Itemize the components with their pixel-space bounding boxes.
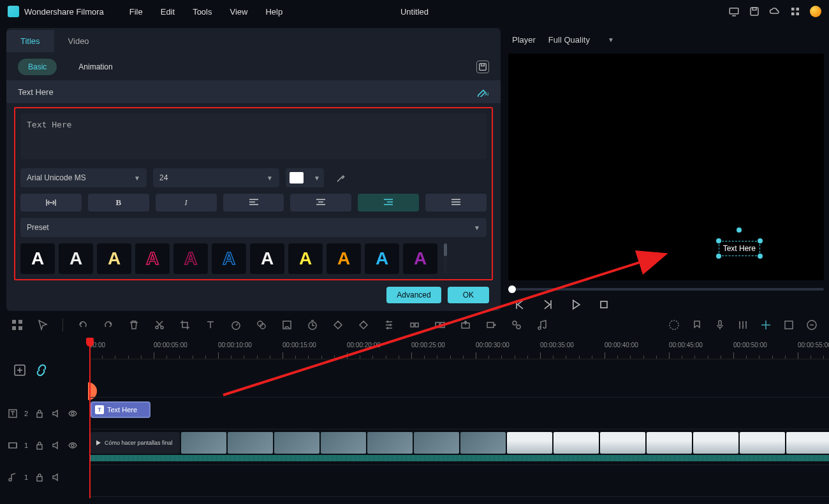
video-thumbnail[interactable] [786, 432, 829, 454]
video-thumbnail[interactable] [647, 432, 692, 454]
adjust-icon[interactable] [383, 319, 395, 331]
color-icon[interactable] [256, 319, 267, 331]
greenscreen-icon[interactable] [281, 319, 293, 331]
transition-icon[interactable] [434, 319, 446, 331]
marker-icon[interactable] [691, 319, 703, 331]
preset-style-item[interactable]: A [135, 243, 170, 274]
text-input[interactable] [20, 113, 487, 159]
mute-icon[interactable] [51, 440, 61, 450]
export-icon[interactable] [460, 319, 471, 331]
snap-icon[interactable] [760, 319, 772, 331]
next-frame-button[interactable] [541, 298, 554, 311]
menu-tools[interactable]: Tools [193, 7, 212, 17]
ai-edit-icon[interactable]: AI [476, 87, 489, 97]
crop-icon[interactable] [179, 319, 191, 331]
tab-titles[interactable]: Titles [6, 30, 54, 52]
timer-icon[interactable] [307, 319, 318, 331]
effects-icon[interactable] [409, 319, 420, 331]
menu-view[interactable]: View [230, 7, 247, 17]
video-clip[interactable]: Cómo hacer pantallas final [91, 432, 180, 454]
stop-button[interactable] [598, 298, 610, 311]
preset-dropdown[interactable]: Preset ▼ [20, 218, 487, 237]
rotate-handle-icon[interactable] [737, 227, 742, 233]
delete-icon[interactable] [128, 319, 140, 331]
preset-style-item[interactable]: A [173, 243, 208, 274]
play-button[interactable] [569, 298, 582, 311]
preview-canvas[interactable]: Text Here [508, 54, 824, 280]
resize-handle-icon[interactable] [716, 254, 721, 259]
preset-scrollbar[interactable] [444, 243, 447, 274]
video-thumbnail[interactable] [414, 432, 459, 454]
align-center-button[interactable] [290, 194, 351, 212]
preset-style-item[interactable]: A [97, 243, 131, 274]
video-thumbnail[interactable] [321, 432, 366, 454]
video-thumbnail[interactable] [507, 432, 552, 454]
text-clip[interactable]: T Text Here [91, 401, 150, 418]
mute-icon[interactable] [51, 408, 61, 419]
render-icon[interactable] [668, 319, 680, 331]
scrubber-thumb[interactable] [508, 285, 516, 293]
speed-icon[interactable] [230, 319, 242, 331]
resize-handle-icon[interactable] [758, 238, 763, 243]
align-left-button[interactable] [223, 194, 284, 212]
audio-track[interactable] [89, 465, 829, 497]
advanced-button[interactable]: Advanced [386, 287, 441, 303]
video-thumbnail[interactable] [740, 432, 785, 454]
subtab-basic[interactable]: Basic [18, 59, 57, 75]
video-thumbnail[interactable] [554, 432, 599, 454]
zoom-out-icon[interactable] [806, 319, 818, 331]
video-thumbnail[interactable] [600, 432, 645, 454]
lock-icon[interactable] [34, 408, 45, 419]
eye-icon[interactable] [68, 440, 78, 450]
preview-scrubber[interactable] [508, 288, 824, 291]
subtab-animation[interactable]: Animation [68, 59, 122, 75]
lock-icon[interactable] [34, 440, 45, 450]
mic-icon[interactable] [714, 319, 726, 331]
lock-icon[interactable] [34, 472, 45, 482]
preset-style-item[interactable]: A [20, 243, 55, 274]
font-family-dropdown[interactable]: Arial Unicode MS ▼ [20, 168, 147, 187]
text-track[interactable]: T Text Here [89, 398, 829, 429]
align-right-button[interactable] [358, 194, 419, 212]
mixer-icon[interactable] [737, 319, 749, 331]
video-thumbnails[interactable] [181, 432, 829, 454]
eye-icon[interactable] [68, 408, 78, 419]
resize-handle-icon[interactable] [758, 254, 763, 259]
save-icon[interactable] [749, 6, 760, 17]
music-icon[interactable] [536, 319, 548, 331]
audio-waveform[interactable] [91, 455, 829, 461]
font-size-dropdown[interactable]: 24 ▼ [153, 168, 279, 187]
prev-frame-button[interactable] [513, 298, 526, 311]
video-track[interactable]: Cómo hacer pantallas final [89, 429, 829, 465]
audio-sync-icon[interactable] [511, 319, 522, 331]
keyframe-icon[interactable] [332, 319, 344, 331]
menu-help[interactable]: Help [265, 7, 282, 17]
bold-button[interactable]: B [88, 194, 149, 212]
cursor-icon[interactable] [37, 319, 48, 331]
text-icon[interactable] [205, 319, 216, 331]
preview-text-overlay[interactable]: Text Here [719, 241, 760, 256]
tab-video[interactable]: Video [54, 30, 103, 52]
video-thumbnail[interactable] [274, 432, 319, 454]
preset-style-item[interactable]: A [403, 243, 437, 274]
audio-track-icon[interactable] [8, 472, 18, 482]
menu-file[interactable]: File [129, 7, 143, 17]
preset-style-item[interactable]: A [365, 243, 399, 274]
video-thumbnail[interactable] [181, 432, 226, 454]
preset-style-item[interactable]: A [59, 243, 93, 274]
text-track-icon[interactable] [8, 408, 18, 419]
resize-handle-icon[interactable] [716, 238, 721, 243]
grid-icon[interactable] [11, 319, 23, 331]
video-thumbnail[interactable] [228, 432, 273, 454]
mask-icon[interactable] [358, 319, 369, 331]
align-justify-button[interactable] [425, 194, 487, 212]
fullscreen-icon[interactable] [783, 319, 795, 331]
italic-button[interactable]: I [156, 194, 217, 212]
cut-icon[interactable] [154, 319, 165, 331]
user-avatar[interactable] [810, 6, 821, 17]
undo-icon[interactable] [77, 319, 89, 331]
video-thumbnail[interactable] [367, 432, 413, 454]
preset-style-item[interactable]: A [250, 243, 284, 274]
apps-icon[interactable] [789, 6, 801, 17]
quality-dropdown[interactable]: Full Quality ▼ [548, 35, 614, 45]
